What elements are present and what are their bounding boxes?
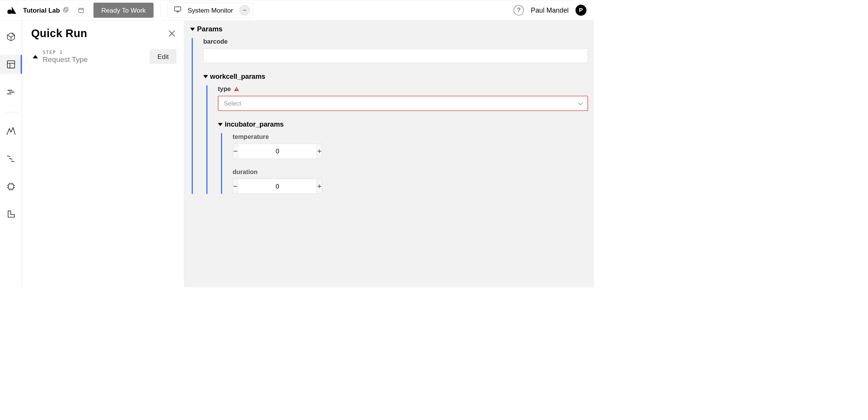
rail-item-peaks[interactable] <box>0 122 22 140</box>
stacked-waves-icon <box>6 155 16 163</box>
close-icon <box>168 29 176 37</box>
peaks-icon <box>6 127 16 135</box>
edit-button[interactable]: Edit <box>150 49 177 64</box>
type-label-text: type <box>218 85 231 93</box>
minus-icon <box>233 184 238 189</box>
package-icon <box>6 32 16 41</box>
plus-icon <box>317 149 322 154</box>
params-panel: Params barcode workcell_params type <box>184 20 594 287</box>
workcell-params-title: workcell_params <box>210 72 265 80</box>
svg-rect-7 <box>174 7 180 11</box>
caret-down-icon <box>190 28 195 31</box>
workcell-params-body: type Select incubator_params <box>206 85 588 194</box>
workcell-params-header[interactable]: workcell_params <box>203 72 588 80</box>
barcode-input[interactable] <box>203 49 588 63</box>
question-mark-icon: ? <box>517 7 521 14</box>
chip-icon <box>6 182 16 191</box>
svg-rect-11 <box>7 61 15 68</box>
step-label: Request Type <box>43 55 88 64</box>
rail-divider <box>3 112 19 112</box>
params-section-title: Params <box>197 25 223 33</box>
svg-rect-2 <box>63 9 67 12</box>
step-block: STEP 1 Request Type Edit <box>31 49 176 64</box>
incubator-params-body: temperature duratio <box>221 133 588 194</box>
caret-down-icon <box>218 123 223 126</box>
duration-stepper <box>232 179 311 194</box>
rail-item-chip[interactable] <box>0 177 22 196</box>
type-field: type Select <box>218 85 588 111</box>
temperature-stepper <box>232 144 311 159</box>
type-select-placeholder: Select <box>224 100 241 107</box>
brand-logo-icon <box>7 7 16 14</box>
rail-item-box[interactable] <box>0 27 22 46</box>
duration-decrement[interactable] <box>232 179 238 194</box>
rail-item-layout[interactable] <box>0 55 22 74</box>
caret-down-icon <box>203 75 208 78</box>
caret-up-icon[interactable] <box>33 55 38 58</box>
close-button[interactable] <box>167 29 177 38</box>
main-area: Quick Run STEP 1 Request Type Edit Param… <box>0 20 594 287</box>
barcode-label: barcode <box>203 38 588 45</box>
system-monitor-label: System Monitor <box>188 7 233 14</box>
chevron-down-icon <box>578 100 583 105</box>
duration-increment[interactable] <box>317 179 322 194</box>
incubator-params-title: incubator_params <box>225 120 284 129</box>
staggered-lines-icon <box>7 89 15 95</box>
temperature-label: temperature <box>232 133 588 140</box>
quick-run-title: Quick Run <box>31 27 87 40</box>
avatar-initial: P <box>579 7 583 14</box>
calendar-button[interactable] <box>76 5 87 16</box>
svg-rect-28 <box>236 88 237 90</box>
lab-name: Tutorial Lab <box>23 7 60 14</box>
edit-button-label: Edit <box>158 53 169 60</box>
layout-icon <box>7 60 15 69</box>
temperature-decrement[interactable] <box>232 144 238 159</box>
rail-item-shape[interactable] <box>0 205 22 224</box>
temperature-field: temperature <box>232 133 588 159</box>
left-rail <box>0 20 22 287</box>
type-label: type <box>218 85 588 93</box>
warning-icon <box>234 86 239 91</box>
status-pill[interactable]: Ready To Work <box>93 3 153 18</box>
user-name: Paul Mandel <box>531 6 569 14</box>
l-shape-icon <box>7 210 15 219</box>
help-button[interactable]: ? <box>514 5 524 15</box>
type-select[interactable]: Select <box>218 96 588 111</box>
barcode-field: barcode <box>203 38 588 63</box>
plus-icon <box>317 184 322 189</box>
params-section-header[interactable]: Params <box>190 25 588 33</box>
svg-rect-3 <box>79 8 83 13</box>
monitor-icon <box>174 6 181 14</box>
step-badge: STEP 1 <box>43 49 88 55</box>
rail-item-lines[interactable] <box>0 83 22 101</box>
duration-field: duration <box>232 168 588 194</box>
svg-rect-1 <box>65 7 68 11</box>
temperature-increment[interactable] <box>317 144 322 159</box>
svg-rect-29 <box>236 90 237 90</box>
temperature-input[interactable] <box>238 144 317 159</box>
status-pill-label: Ready To Work <box>101 7 146 14</box>
minus-circle-icon[interactable] <box>239 5 250 15</box>
duration-input[interactable] <box>238 179 317 194</box>
calendar-icon <box>78 7 84 13</box>
top-bar: Tutorial Lab Ready To Work System Monito… <box>0 0 594 20</box>
params-section-body: barcode workcell_params type <box>192 38 588 194</box>
incubator-params-header[interactable]: incubator_params <box>218 120 588 129</box>
copy-icon[interactable] <box>63 7 69 14</box>
svg-rect-17 <box>8 184 14 189</box>
duration-label: duration <box>232 168 588 176</box>
vertical-divider <box>160 3 161 17</box>
svg-point-0 <box>7 10 12 14</box>
avatar[interactable]: P <box>575 5 587 16</box>
rail-item-waves[interactable] <box>0 150 22 168</box>
quick-run-panel: Quick Run STEP 1 Request Type Edit <box>22 20 184 287</box>
minus-icon <box>233 149 238 154</box>
system-monitor-pill[interactable]: System Monitor <box>167 3 253 18</box>
